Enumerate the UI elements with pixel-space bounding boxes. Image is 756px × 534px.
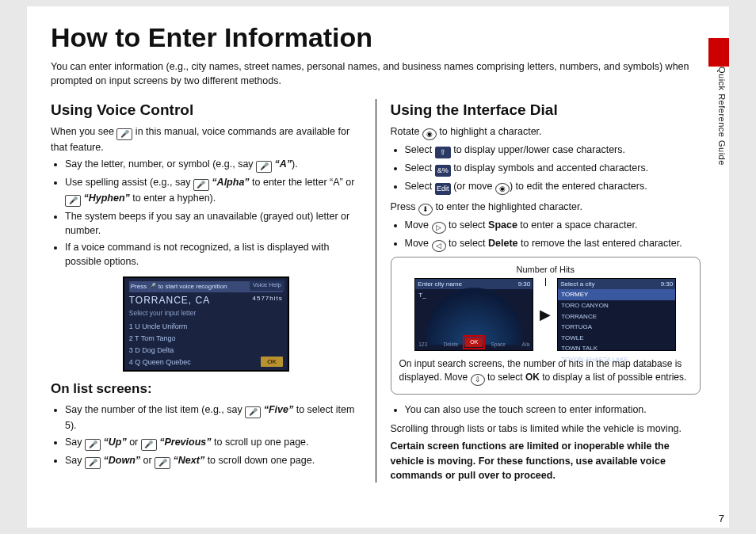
voice-icon: 🎤 xyxy=(116,128,132,140)
ok-highlight: OK xyxy=(465,338,483,347)
voice-bullet: Say the letter, number, or symbol (e.g.,… xyxy=(65,157,361,173)
shift-icon: ⇧ xyxy=(435,147,451,158)
list-heading: On list screens: xyxy=(51,380,361,399)
list-bullet: Say the number of the list item (e.g., s… xyxy=(65,402,361,433)
intro-text: You can enter information (e.g., city na… xyxy=(51,59,701,88)
screenshot-voice-list: Press 🎤 to start voice recognition Voice… xyxy=(123,277,289,372)
dial-right-icon: ▷ xyxy=(432,222,446,234)
right-column: Using the Interface Dial Rotate ◉ to hig… xyxy=(376,99,701,483)
warning-text: Certain screen functions are limited or … xyxy=(391,439,701,482)
list-bullet: Say 🎤 “Up” or 🎤 “Previous” to scroll up … xyxy=(65,435,361,451)
side-tab xyxy=(708,38,729,67)
scroll-note: Scrolling through lists or tabs is limit… xyxy=(391,421,701,436)
dial-lead: Rotate ◉ to highlight a character. xyxy=(391,124,701,140)
hits-label: Number of Hits xyxy=(399,264,693,277)
dial-bullet: Move ▷ to select Space to enter a space … xyxy=(405,218,701,234)
voice-bullet: If a voice command is not recognized, a … xyxy=(65,240,361,269)
voice-lead: When you see 🎤 in this manual, voice com… xyxy=(51,124,361,154)
voice-icon: 🎤 xyxy=(65,195,81,207)
manual-page: Quick Reference Guide How to Enter Infor… xyxy=(27,6,729,528)
voice-icon: 🎤 xyxy=(256,161,272,173)
voice-bullet: Use spelling assist (e.g., say 🎤 “Alpha”… xyxy=(65,175,361,207)
voice-icon: 🎤 xyxy=(85,457,101,469)
dial-bullet: Select &% to display symbols and accente… xyxy=(405,161,701,177)
voice-icon: 🎤 xyxy=(155,457,170,469)
dial-press-icon: ⬇ xyxy=(418,204,433,216)
dial-move-icon: ◉ xyxy=(495,183,510,195)
touch-bullet: You can also use the touch screen to ent… xyxy=(405,402,701,417)
left-column: Using Voice Control When you see 🎤 in th… xyxy=(51,99,376,483)
page-title: How to Enter Information xyxy=(51,22,701,53)
voice-icon: 🎤 xyxy=(193,179,209,191)
voice-icon: 🎤 xyxy=(245,406,261,418)
screenshot-dial-entry: Enter city name9:30 T_ 123DeleteSpaceA/a… xyxy=(414,278,533,351)
dial-heading: Using the Interface Dial xyxy=(391,99,701,121)
side-tab-label: Quick Reference Guide xyxy=(717,67,727,166)
dial-press: Press ⬇ to enter the highlighted charact… xyxy=(391,200,701,216)
voice-icon: 🎤 xyxy=(141,439,157,451)
screenshot-city-list: Select a city9:30 TORMEY TORO CANYON TOR… xyxy=(557,278,676,351)
dial-rotate-icon: ◉ xyxy=(422,128,437,140)
dial-bullet: Select Edit (or move ◉) to edit the ente… xyxy=(405,179,701,195)
dial-left-icon: ◁ xyxy=(432,240,446,252)
voice-heading: Using Voice Control xyxy=(51,99,361,121)
voice-icon: 🎤 xyxy=(85,439,101,451)
edit-icon: Edit xyxy=(435,183,451,195)
arrow-icon: ▶ xyxy=(540,304,551,325)
symbols-icon: &% xyxy=(435,165,451,177)
dial-down-icon: ⇩ xyxy=(471,374,485,386)
figure-box: Number of Hits Enter city name9:30 T_ 12… xyxy=(391,257,701,395)
dial-bullet: Move ◁ to select Delete to remove the la… xyxy=(405,236,701,252)
dial-bullet: Select ⇧ to display upper/lower case cha… xyxy=(405,143,701,158)
list-bullet: Say 🎤 “Down” or 🎤 “Next” to scroll down … xyxy=(65,453,361,469)
voice-bullet: The system beeps if you say an unavailab… xyxy=(65,209,361,238)
page-number: 7 xyxy=(719,513,724,524)
